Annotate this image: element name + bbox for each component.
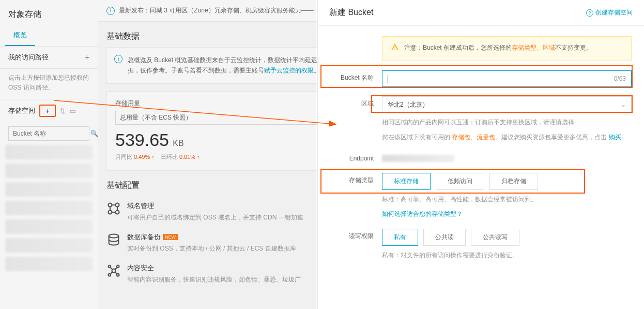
region-pkg-desc: 您在该区域下没有可用的 存储包、流量包。建议您购买资源包享受更多优惠，点击 购买… bbox=[382, 132, 632, 142]
help-icon: ? bbox=[586, 9, 593, 17]
bucket-list-item[interactable] bbox=[5, 145, 93, 159]
access-path-section[interactable]: 我的访问路径 + bbox=[0, 47, 98, 69]
overview-tab[interactable]: 概览 bbox=[5, 25, 35, 46]
drawer-title: 新建 Bucket bbox=[329, 7, 373, 18]
bucket-name-input[interactable]: 0/63 bbox=[382, 70, 632, 87]
announce-text: 最新发布：同城 3 可用区（Zone）冗余存储、机房级容灾服务能力—— bbox=[119, 6, 314, 15]
page-title: 对象存储 bbox=[0, 2, 98, 25]
scan-icon bbox=[106, 263, 121, 278]
help-create-bucket-link[interactable]: ? 创建存储空间 bbox=[586, 8, 633, 17]
svg-point-3 bbox=[116, 210, 119, 214]
bucket-search-input[interactable] bbox=[13, 130, 90, 137]
network-icon bbox=[106, 201, 121, 216]
monitor-permission-link[interactable]: 赋予云监控的权限 bbox=[264, 67, 314, 74]
region-label: 区域 bbox=[330, 96, 382, 108]
warning-icon bbox=[391, 43, 399, 54]
storage-opt-archive[interactable]: 归档存储 bbox=[489, 173, 538, 190]
database-icon bbox=[106, 232, 121, 247]
feature-desc: 智能内容识别服务，快速识别违规风险，如色情、暴恐、垃圾广 bbox=[127, 275, 301, 284]
svg-point-9 bbox=[117, 274, 119, 276]
info-icon: i bbox=[114, 55, 122, 63]
acl-opt-public-read[interactable]: 公共读 bbox=[423, 229, 466, 246]
warning-box: 注意：Bucket 创建成功后，您所选择的存储类型、区域不支持变更。 bbox=[382, 36, 632, 61]
buy-link[interactable]: 购买 bbox=[609, 134, 621, 141]
bucket-list-item[interactable] bbox=[5, 257, 93, 271]
region-select[interactable]: 华北2（北京） bbox=[382, 96, 632, 113]
svg-point-6 bbox=[109, 265, 111, 268]
feature-desc: 可将用户自己的域名绑定到 OSS 域名上，并支持 CDN 一键加速 bbox=[127, 213, 303, 222]
bucket-list-item[interactable] bbox=[5, 219, 93, 234]
storage-desc: 标准：高可靠、高可用、高性能，数据会经常被访问到。 bbox=[382, 194, 632, 204]
bucket-name-label: Bucket 名称 bbox=[330, 70, 382, 82]
storage-opt-ia[interactable]: 低频访问 bbox=[436, 173, 484, 190]
svg-point-2 bbox=[109, 210, 112, 214]
endpoint-label: Endpoint bbox=[330, 152, 382, 162]
card-view-icon[interactable]: ▭ bbox=[70, 107, 76, 115]
plus-icon[interactable]: + bbox=[85, 53, 89, 62]
acl-opt-public-rw[interactable]: 公共读写 bbox=[471, 229, 519, 246]
acl-label: 读写权限 bbox=[330, 229, 382, 241]
endpoint-value bbox=[382, 155, 454, 162]
svg-point-8 bbox=[109, 274, 111, 276]
region-desc: 相同区域内的产品内网可以互通；订购后不支持更换区域，请谨慎选择 bbox=[382, 117, 632, 127]
acl-opt-private[interactable]: 私有 bbox=[382, 229, 418, 246]
storage-space-label: 存储空间 bbox=[8, 106, 35, 115]
feature-title: 内容安全 bbox=[127, 263, 301, 273]
acl-desc: 私有：对文件的所有访问操作需要进行身份验证。 bbox=[382, 250, 632, 260]
bucket-list-item[interactable] bbox=[5, 201, 93, 215]
storage-help-link[interactable]: 如何选择适合您的存储类型？ bbox=[382, 210, 463, 217]
feature-desc: 实时备份到 OSS，支持本地 / 公网 / 其他云 / ECS 自建数据库 bbox=[127, 244, 296, 253]
storage-usage-label: 存储用量 bbox=[115, 99, 140, 108]
bucket-name-counter: 0/63 bbox=[614, 75, 626, 82]
bucket-list-item[interactable] bbox=[5, 238, 93, 253]
svg-point-0 bbox=[109, 203, 112, 207]
access-path-help: 点击上方按钮添加您已授权的 OSS 访问路径。 bbox=[0, 69, 98, 99]
svg-point-7 bbox=[117, 265, 119, 268]
bucket-list-item[interactable] bbox=[5, 164, 93, 178]
bucket-list-item[interactable] bbox=[5, 182, 93, 197]
svg-point-4 bbox=[109, 234, 119, 238]
new-badge: NEW bbox=[163, 234, 178, 240]
storage-opt-standard[interactable]: 标准存储 bbox=[382, 173, 431, 190]
feature-title: 数据库备份NEW bbox=[127, 232, 296, 242]
create-bucket-plus-button[interactable]: + bbox=[39, 105, 56, 117]
storage-type-label: 存储类型 bbox=[330, 173, 382, 185]
create-bucket-drawer: 新建 Bucket ? 创建存储空间 注意：Bucket 创建成功后，您所选择的… bbox=[317, 0, 644, 309]
search-icon: 🔍 bbox=[90, 130, 98, 137]
svg-point-1 bbox=[116, 203, 119, 207]
bucket-search[interactable]: 🔍 bbox=[8, 126, 89, 141]
storage-usage-value: 539.65 bbox=[115, 130, 169, 150]
plus-icon: + bbox=[43, 107, 52, 115]
sort-icon[interactable]: ⇅ bbox=[60, 107, 66, 115]
info-icon: i bbox=[106, 7, 115, 15]
storage-usage-unit: KB bbox=[173, 139, 183, 148]
access-path-label: 我的访问路径 bbox=[8, 53, 49, 62]
feature-title: 域名管理 bbox=[127, 201, 303, 211]
